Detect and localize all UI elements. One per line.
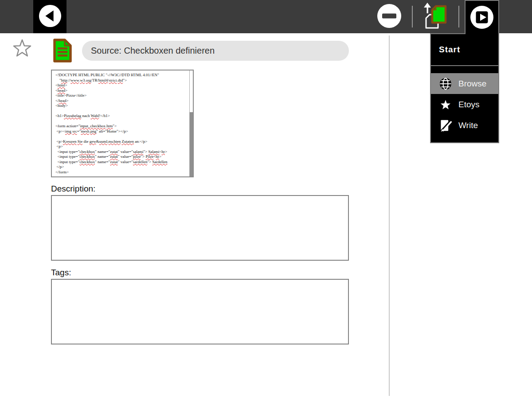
resume-play-icon [469,5,494,31]
erase-icon [377,4,402,30]
back-button[interactable] [33,0,66,33]
tags-input[interactable] [51,279,349,344]
palette-item-etoys[interactable]: Etoys [431,94,498,115]
toolbar-separator [458,6,459,27]
palette-item-label: Browse [458,79,486,89]
preview-scrollbar-thumb [190,112,193,176]
copy-button[interactable] [418,0,451,33]
detail-toolbar [0,0,532,33]
content-divider [389,35,390,396]
resume-palette: Start Browse Etoys [430,33,499,143]
journal-document-icon [52,38,73,63]
palette-spacer [431,66,498,73]
erase-button[interactable] [372,0,406,33]
favorite-star-icon [12,53,32,60]
preview-thumbnail[interactable]: <!DOCTYPE HTML PUBLIC "-//W3C//DTD HTML … [51,70,194,177]
palette-item-write[interactable]: Write [431,115,498,136]
description-input[interactable] [51,195,349,261]
globe-icon [439,77,452,90]
palette-item-browse[interactable]: Browse [431,73,498,94]
palette-title: Start [431,34,498,65]
palette-item-label: Write [458,121,478,130]
preview-scrollbar [189,70,193,176]
copy-to-clipboard-icon [422,2,448,31]
write-document-icon [439,119,452,132]
resume-button[interactable] [465,0,499,34]
entry-title-input[interactable] [82,41,349,61]
toolbar-separator [412,6,413,27]
palette-item-label: Etoys [458,100,480,110]
back-arrow-icon [38,4,62,29]
journal-detail-view: Start Browse Etoys [0,0,532,399]
tags-label: Tags: [51,268,71,278]
preview-code: <!DOCTYPE HTML PUBLIC "-//W3C//DTD HTML … [52,70,189,176]
favorite-star-button[interactable] [12,37,33,59]
description-label: Description: [51,184,95,194]
star-icon [439,98,452,111]
